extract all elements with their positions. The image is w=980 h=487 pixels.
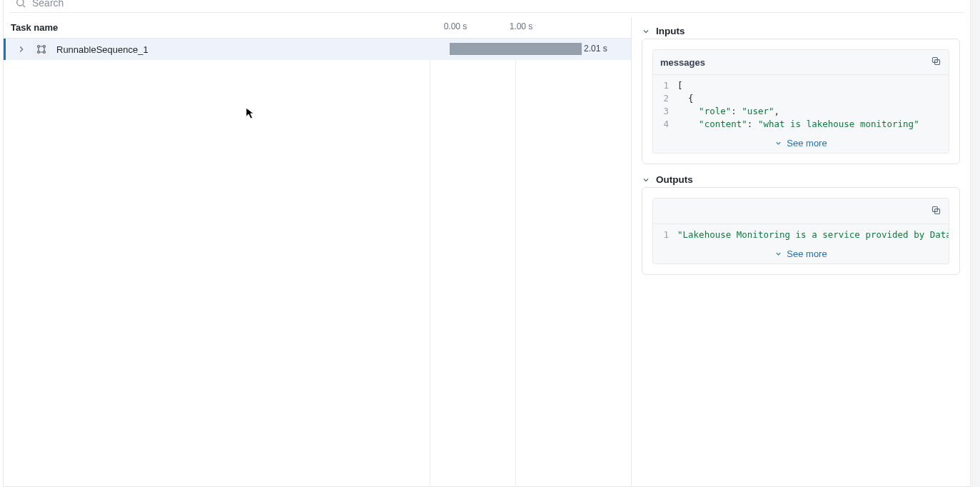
trace-timeline-pane: Task name 0.00 s 1.00 s [4,17,632,486]
search-input[interactable] [32,0,959,9]
task-row[interactable]: RunnableSequence_1 2.01 s [4,39,631,60]
inputs-section-toggle[interactable]: Inputs [642,26,960,36]
svg-point-5 [44,51,46,54]
svg-point-0 [17,0,24,5]
inputs-title: Inputs [656,26,685,36]
code-line: 4 "content": "what is lakehouse monitori… [653,118,949,131]
task-name-label: RunnableSequence_1 [56,44,148,55]
task-duration-label: 2.01 s [584,44,607,54]
outputs-section-toggle[interactable]: Outputs [642,174,960,185]
outputs-title: Outputs [656,174,693,185]
chevron-down-icon [774,250,782,258]
chain-icon [33,41,50,58]
inputs-see-more[interactable]: See more [653,135,949,153]
code-line: 3 "role": "user", [653,105,949,118]
inputs-code-block: messages 1[2 {3 "role": "user",4 "conten… [652,49,949,154]
expand-icon[interactable] [16,44,26,54]
chevron-down-icon [774,139,782,147]
svg-point-4 [38,51,40,54]
gantt-bar [450,43,582,55]
inputs-block-title: messages [660,57,705,68]
chevron-down-icon [642,27,650,36]
code-line: 1"Lakehouse Monitoring is a service prov… [653,229,949,241]
svg-point-3 [44,46,46,48]
tick-0: 0.00 s [444,21,468,31]
copy-icon[interactable] [931,56,941,69]
code-line: 2 { [653,92,949,105]
copy-icon[interactable] [931,205,941,218]
search-icon [15,0,26,9]
scrollbar[interactable] [971,0,980,487]
tick-1: 1.00 s [510,21,533,31]
column-header-task-name: Task name [4,22,430,33]
code-line: 1[ [653,79,949,92]
outputs-code-block: 1"Lakehouse Monitoring is a service prov… [652,198,949,264]
outputs-see-more[interactable]: See more [653,246,949,263]
svg-point-2 [38,46,40,48]
details-pane: Inputs messages 1[2 {3 "role": "user",4 … [632,17,970,486]
timeline-header: 0.00 s 1.00 s [430,17,631,38]
chevron-down-icon [642,176,650,184]
svg-line-1 [23,5,25,7]
